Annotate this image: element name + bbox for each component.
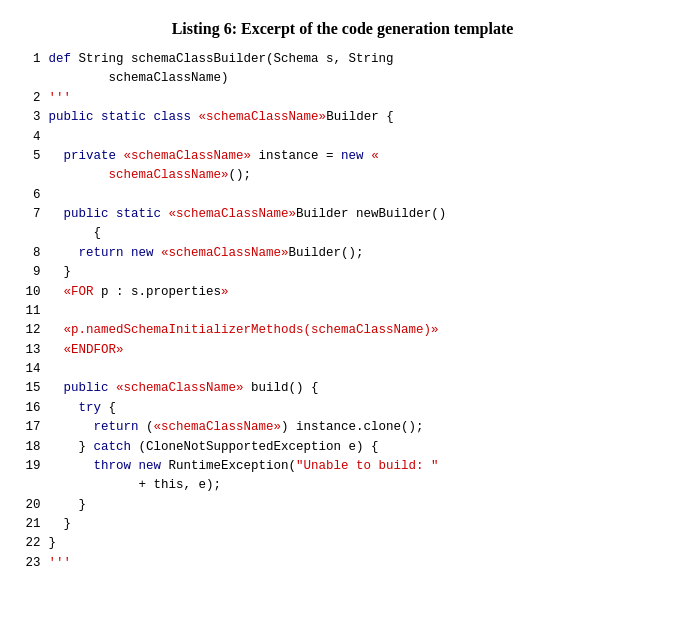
line-number: 6	[23, 186, 41, 205]
line-number: 20	[23, 496, 41, 515]
line-number: 11	[23, 302, 41, 321]
code-line: 5 private «schemaClassName» instance = n…	[23, 147, 663, 186]
line-number: 9	[23, 263, 41, 282]
code-line: 19 throw new RuntimeException("Unable to…	[23, 457, 663, 496]
code-line: 17 return («schemaClassName») instance.c…	[23, 418, 663, 437]
line-number: 12	[23, 321, 41, 340]
code-line: 2'''	[23, 89, 663, 108]
line-content: }	[49, 515, 663, 534]
line-number: 10	[23, 283, 41, 302]
code-line: 11	[23, 302, 663, 321]
line-number: 1	[23, 50, 41, 69]
line-content: }	[49, 534, 663, 553]
code-line: 14	[23, 360, 663, 379]
code-line: 15 public «schemaClassName» build() {	[23, 379, 663, 398]
line-number: 16	[23, 399, 41, 418]
line-content: }	[49, 263, 663, 282]
line-number: 13	[23, 341, 41, 360]
line-content: return new «schemaClassName»Builder();	[49, 244, 663, 263]
code-line: 10 «FOR p : s.properties»	[23, 283, 663, 302]
line-content: }	[49, 496, 663, 515]
line-content: public static class «schemaClassName»Bui…	[49, 108, 663, 127]
line-content: def String schemaClassBuilder(Schema s, …	[49, 50, 663, 89]
listing-container: Listing 6: Excerpt of the code generatio…	[23, 20, 663, 573]
line-number: 5	[23, 147, 41, 166]
code-line: 13 «ENDFOR»	[23, 341, 663, 360]
line-number: 15	[23, 379, 41, 398]
line-content: '''	[49, 554, 663, 573]
code-block: 1def String schemaClassBuilder(Schema s,…	[23, 50, 663, 573]
line-content: public «schemaClassName» build() {	[49, 379, 663, 398]
line-number: 8	[23, 244, 41, 263]
code-line: 18 } catch (CloneNotSupportedException e…	[23, 438, 663, 457]
code-line: 1def String schemaClassBuilder(Schema s,…	[23, 50, 663, 89]
line-number: 7	[23, 205, 41, 224]
line-number: 19	[23, 457, 41, 476]
code-line: 21 }	[23, 515, 663, 534]
code-line: 7 public static «schemaClassName»Builder…	[23, 205, 663, 244]
line-number: 14	[23, 360, 41, 379]
line-content: «FOR p : s.properties»	[49, 283, 663, 302]
code-line: 20 }	[23, 496, 663, 515]
code-line: 16 try {	[23, 399, 663, 418]
line-number: 17	[23, 418, 41, 437]
line-number: 2	[23, 89, 41, 108]
listing-title: Listing 6: Excerpt of the code generatio…	[23, 20, 663, 38]
line-content: } catch (CloneNotSupportedException e) {	[49, 438, 663, 457]
code-line: 4	[23, 128, 663, 147]
line-content: try {	[49, 399, 663, 418]
line-content: «p.namedSchemaInitializerMethods(schemaC…	[49, 321, 663, 340]
code-line: 23'''	[23, 554, 663, 573]
code-line: 3public static class «schemaClassName»Bu…	[23, 108, 663, 127]
line-content: public static «schemaClassName»Builder n…	[49, 205, 663, 244]
line-number: 21	[23, 515, 41, 534]
line-number: 22	[23, 534, 41, 553]
code-line: 9 }	[23, 263, 663, 282]
line-number: 18	[23, 438, 41, 457]
code-line: 12 «p.namedSchemaInitializerMethods(sche…	[23, 321, 663, 340]
line-content: throw new RuntimeException("Unable to bu…	[49, 457, 663, 496]
code-line: 22}	[23, 534, 663, 553]
line-content: return («schemaClassName») instance.clon…	[49, 418, 663, 437]
line-number: 3	[23, 108, 41, 127]
code-line: 6	[23, 186, 663, 205]
line-content: '''	[49, 89, 663, 108]
line-content: «ENDFOR»	[49, 341, 663, 360]
code-line: 8 return new «schemaClassName»Builder();	[23, 244, 663, 263]
line-content: private «schemaClassName» instance = new…	[49, 147, 663, 186]
line-number: 23	[23, 554, 41, 573]
line-number: 4	[23, 128, 41, 147]
